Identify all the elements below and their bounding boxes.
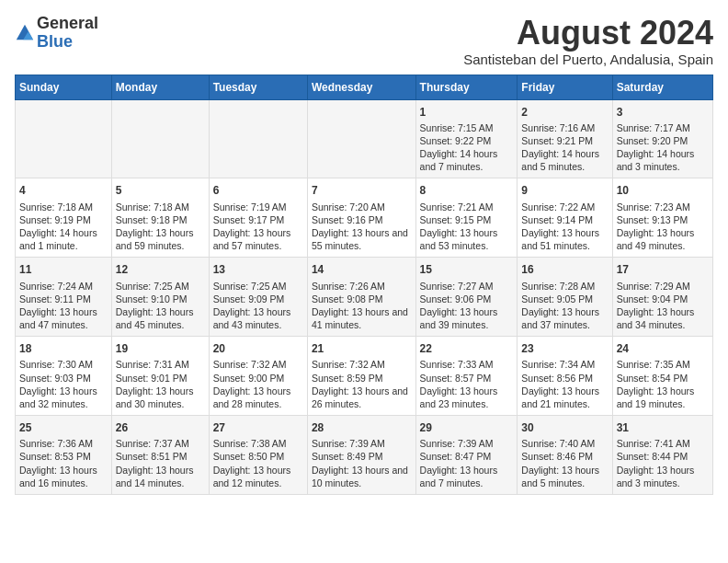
day-info: Daylight: 14 hours and 1 minute. xyxy=(19,226,108,252)
day-number: 6 xyxy=(213,183,303,198)
day-info: Sunset: 8:59 PM xyxy=(312,372,412,385)
day-info: Sunset: 9:06 PM xyxy=(420,293,514,305)
day-info: Daylight: 13 hours and 37 minutes. xyxy=(521,305,608,331)
week-row-5: 25Sunrise: 7:36 AMSunset: 8:53 PMDayligh… xyxy=(16,416,713,495)
day-info: Daylight: 13 hours and 45 minutes. xyxy=(116,305,205,331)
day-cell: 2Sunrise: 7:16 AMSunset: 9:21 PMDaylight… xyxy=(518,99,612,178)
day-cell xyxy=(307,99,415,178)
title-block: August 2024 Santisteban del Puerto, Anda… xyxy=(463,15,713,67)
day-info: Sunset: 8:54 PM xyxy=(617,372,709,385)
day-info: Sunset: 9:14 PM xyxy=(521,213,608,226)
day-cell: 31Sunrise: 7:41 AMSunset: 8:44 PMDayligh… xyxy=(612,416,712,495)
week-row-2: 4Sunrise: 7:18 AMSunset: 9:19 PMDaylight… xyxy=(16,178,713,258)
day-info: Daylight: 13 hours and 53 minutes. xyxy=(420,226,514,252)
day-cell: 6Sunrise: 7:19 AMSunset: 9:17 PMDaylight… xyxy=(209,178,307,258)
day-cell: 27Sunrise: 7:38 AMSunset: 8:50 PMDayligh… xyxy=(209,416,307,495)
day-info: Daylight: 13 hours and 23 minutes. xyxy=(420,385,514,410)
day-info: Sunrise: 7:41 AM xyxy=(617,437,709,450)
day-info: Daylight: 13 hours and 51 minutes. xyxy=(521,226,608,252)
day-number: 9 xyxy=(521,183,608,198)
day-number: 23 xyxy=(521,341,608,356)
day-info: Sunset: 9:17 PM xyxy=(213,213,303,226)
day-info: Sunrise: 7:39 AM xyxy=(420,437,514,450)
day-cell: 26Sunrise: 7:37 AMSunset: 8:51 PMDayligh… xyxy=(111,416,209,495)
day-info: Sunset: 9:16 PM xyxy=(312,213,412,226)
day-cell: 24Sunrise: 7:35 AMSunset: 8:54 PMDayligh… xyxy=(612,337,712,416)
day-info: Sunset: 8:51 PM xyxy=(116,450,205,463)
day-info: Daylight: 13 hours and 3 minutes. xyxy=(617,464,709,489)
day-info: Sunrise: 7:32 AM xyxy=(213,358,303,371)
day-cell: 11Sunrise: 7:24 AMSunset: 9:11 PMDayligh… xyxy=(16,258,112,337)
day-info: Sunset: 9:19 PM xyxy=(19,213,108,226)
day-info: Sunset: 9:09 PM xyxy=(213,293,303,305)
day-cell: 17Sunrise: 7:29 AMSunset: 9:04 PMDayligh… xyxy=(612,258,712,337)
day-info: Daylight: 13 hours and 30 minutes. xyxy=(116,385,205,410)
day-cell: 29Sunrise: 7:39 AMSunset: 8:47 PMDayligh… xyxy=(415,416,518,495)
day-info: Daylight: 13 hours and 49 minutes. xyxy=(617,226,709,252)
day-info: Daylight: 13 hours and 28 minutes. xyxy=(213,385,303,410)
day-info: Sunset: 8:44 PM xyxy=(617,450,709,463)
day-number: 17 xyxy=(617,262,709,277)
day-info: Sunset: 9:04 PM xyxy=(617,293,709,305)
day-info: Sunrise: 7:25 AM xyxy=(213,280,303,293)
day-info: Sunset: 9:05 PM xyxy=(521,293,608,305)
day-number: 21 xyxy=(312,341,412,356)
day-info: Sunrise: 7:26 AM xyxy=(312,280,412,293)
day-cell: 3Sunrise: 7:17 AMSunset: 9:20 PMDaylight… xyxy=(612,99,712,178)
day-cell xyxy=(111,99,209,178)
day-cell: 14Sunrise: 7:26 AMSunset: 9:08 PMDayligh… xyxy=(307,258,415,337)
calendar-body: 1Sunrise: 7:15 AMSunset: 9:22 PMDaylight… xyxy=(16,99,713,494)
day-number: 15 xyxy=(420,262,514,277)
day-info: Sunrise: 7:22 AM xyxy=(521,201,608,213)
day-info: Sunrise: 7:39 AM xyxy=(312,437,412,450)
day-number: 4 xyxy=(19,183,108,198)
day-info: Sunrise: 7:17 AM xyxy=(617,121,709,134)
day-cell: 21Sunrise: 7:32 AMSunset: 8:59 PMDayligh… xyxy=(307,337,415,416)
day-info: Sunrise: 7:37 AM xyxy=(116,437,205,450)
day-cell: 8Sunrise: 7:21 AMSunset: 9:15 PMDaylight… xyxy=(415,178,518,258)
day-info: Daylight: 13 hours and 21 minutes. xyxy=(521,385,608,410)
day-info: Sunrise: 7:40 AM xyxy=(521,437,608,450)
day-number: 1 xyxy=(420,105,514,120)
day-info: Sunset: 9:22 PM xyxy=(420,134,514,147)
day-info: Sunrise: 7:33 AM xyxy=(420,358,514,371)
day-info: Daylight: 14 hours and 3 minutes. xyxy=(617,147,709,173)
header-wednesday: Wednesday xyxy=(307,75,415,99)
day-info: Daylight: 13 hours and 55 minutes. xyxy=(312,226,412,252)
header: General Blue August 2024 Santisteban del… xyxy=(15,15,713,67)
day-cell: 10Sunrise: 7:23 AMSunset: 9:13 PMDayligh… xyxy=(612,178,712,258)
day-info: Sunset: 8:50 PM xyxy=(213,450,303,463)
day-info: Sunrise: 7:18 AM xyxy=(116,201,205,213)
day-number: 29 xyxy=(420,420,514,435)
logo: General Blue xyxy=(15,15,98,52)
day-info: Sunrise: 7:25 AM xyxy=(116,280,205,293)
calendar-table: Sunday Monday Tuesday Wednesday Thursday… xyxy=(15,75,713,495)
day-number: 30 xyxy=(521,420,608,435)
calendar-header: Sunday Monday Tuesday Wednesday Thursday… xyxy=(16,75,713,99)
day-info: Sunrise: 7:32 AM xyxy=(312,358,412,371)
day-info: Daylight: 13 hours and 14 minutes. xyxy=(116,464,205,489)
day-info: Sunrise: 7:15 AM xyxy=(420,121,514,134)
day-cell: 19Sunrise: 7:31 AMSunset: 9:01 PMDayligh… xyxy=(111,337,209,416)
day-info: Daylight: 13 hours and 26 minutes. xyxy=(312,385,412,410)
header-sunday: Sunday xyxy=(16,75,112,99)
day-info: Sunset: 9:20 PM xyxy=(617,134,709,147)
week-row-4: 18Sunrise: 7:30 AMSunset: 9:03 PMDayligh… xyxy=(16,337,713,416)
day-info: Sunset: 8:53 PM xyxy=(19,450,108,463)
day-info: Daylight: 13 hours and 10 minutes. xyxy=(312,464,412,489)
logo-icon xyxy=(15,23,35,43)
day-info: Daylight: 13 hours and 32 minutes. xyxy=(19,385,108,410)
day-info: Sunrise: 7:24 AM xyxy=(19,280,108,293)
main-title: August 2024 xyxy=(463,15,713,52)
day-number: 25 xyxy=(19,420,108,435)
logo-text: General Blue xyxy=(37,15,98,52)
day-info: Daylight: 13 hours and 19 minutes. xyxy=(617,385,709,410)
day-info: Sunset: 9:08 PM xyxy=(312,293,412,305)
day-cell: 5Sunrise: 7:18 AMSunset: 9:18 PMDaylight… xyxy=(111,178,209,258)
day-info: Daylight: 13 hours and 7 minutes. xyxy=(420,464,514,489)
day-cell: 12Sunrise: 7:25 AMSunset: 9:10 PMDayligh… xyxy=(111,258,209,337)
header-friday: Friday xyxy=(518,75,612,99)
day-info: Sunrise: 7:30 AM xyxy=(19,358,108,371)
day-info: Sunset: 9:11 PM xyxy=(19,293,108,305)
day-cell: 1Sunrise: 7:15 AMSunset: 9:22 PMDaylight… xyxy=(415,99,518,178)
